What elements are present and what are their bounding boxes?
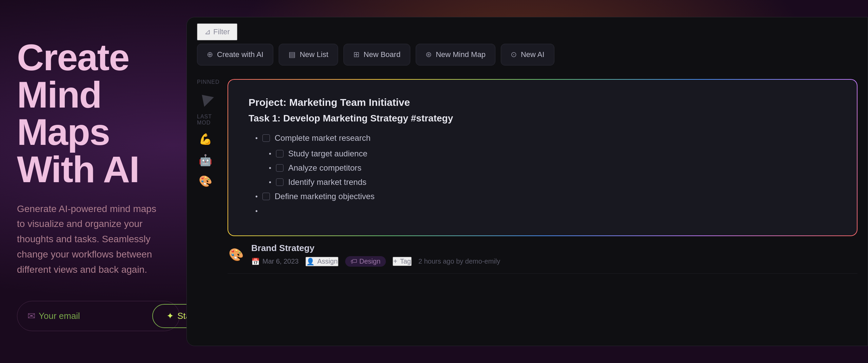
art-emoji: 🎨 [199, 175, 212, 188]
email-input[interactable] [39, 311, 149, 321]
create-ai-icon: ⊕ [207, 50, 213, 59]
new-ai-label: New AI [521, 50, 545, 59]
action-buttons-row: ⊕ Create with AI ▤ New List ⊞ New Board … [187, 44, 868, 72]
brand-strategy-title: Brand Strategy [251, 243, 500, 253]
featured-card: Project: Marketing Team Initiative Task … [228, 80, 857, 235]
brand-strategy-meta: 📅 Mar 6, 2023 👤 Assign 🏷 Design + [251, 256, 500, 267]
subtask-checkbox-1[interactable] [276, 150, 283, 157]
main-area: Project: Marketing Team Initiative Task … [228, 79, 857, 274]
brand-strategy-icon: 🎨 [228, 248, 244, 262]
new-list-label: New List [300, 50, 328, 59]
new-ai-icon: ⊙ [511, 50, 517, 59]
brand-strategy-row: 🎨 Brand Strategy 📅 Mar 6, 2023 👤 Assign [228, 236, 857, 274]
cursor-icon [197, 90, 214, 107]
design-tag[interactable]: 🏷 Design [345, 256, 386, 267]
toolbar-filter-row: ⊿ Filter [187, 17, 868, 40]
robot-emoji: 🤖 [199, 154, 212, 167]
user-icon: 👤 [306, 257, 315, 266]
task-item-2[interactable]: Define marketing objectives [249, 192, 836, 201]
task-item-empty [249, 207, 836, 215]
brand-date: 📅 Mar 6, 2023 [251, 257, 299, 266]
robot-icon-item[interactable]: 🤖 [197, 152, 214, 169]
new-list-button[interactable]: ▤ New List [279, 44, 338, 65]
new-mindmap-label: New Mind Map [436, 50, 486, 59]
hero-title: Create Mind Maps With AI [17, 39, 163, 188]
email-icon: ✉ [27, 310, 35, 322]
new-ai-button[interactable]: ⊙ New AI [501, 44, 554, 65]
filter-label: Filter [213, 27, 230, 36]
create-ai-label: Create with AI [217, 50, 263, 59]
design-tag-label: Design [359, 257, 380, 265]
board-icon: ⊞ [353, 50, 359, 59]
calendar-icon: 📅 [251, 257, 260, 266]
card-task-title: Task 1: Develop Marketing Strategy #stra… [249, 113, 836, 124]
hero-subtitle: Generate AI-powered mind maps to visuali… [17, 202, 163, 278]
task-item-1[interactable]: Complete market research [249, 133, 836, 143]
plus-icon: + [393, 257, 397, 265]
subtask-checkbox-2[interactable] [276, 164, 283, 172]
new-mindmap-button[interactable]: ⊛ New Mind Map [416, 44, 495, 65]
card-project-title: Project: Marketing Team Initiative [249, 97, 836, 108]
subtask-1[interactable]: Study target audience [249, 149, 836, 158]
assign-label: Assign [317, 257, 338, 265]
subtask-checkbox-3[interactable] [276, 178, 283, 186]
filter-button[interactable]: ⊿ Filter [197, 23, 237, 40]
tag-icon: 🏷 [351, 257, 357, 265]
pinned-cursor-item [197, 90, 214, 107]
featured-card-wrapper: Project: Marketing Team Initiative Task … [228, 79, 857, 236]
create-with-ai-button[interactable]: ⊕ Create with AI [197, 44, 273, 65]
task-label-2: Define marketing objectives [275, 192, 375, 201]
task-checkbox-2[interactable] [262, 193, 270, 200]
sparkle-icon: ✦ [166, 311, 174, 321]
email-form: ✉ ✦ Start with AI [17, 301, 180, 331]
subtask-label-3: Identify market trends [288, 177, 367, 187]
sidebar-nav: PINNED LAST MOD 💪 🤖 🎨 [197, 79, 221, 274]
muscle-icon-item[interactable]: 💪 [197, 131, 214, 148]
app-panel: ⊿ Filter ⊕ Create with AI ▤ New List ⊞ N… [186, 17, 868, 346]
last-mod-label: LAST MOD [197, 114, 221, 126]
new-board-button[interactable]: ⊞ New Board [343, 44, 410, 65]
subtask-3[interactable]: Identify market trends [249, 177, 836, 187]
assign-button[interactable]: 👤 Assign [305, 257, 338, 266]
subtask-label-1: Study target audience [288, 149, 368, 158]
new-board-label: New Board [363, 50, 400, 59]
mindmap-icon: ⊛ [426, 50, 432, 59]
task-list: Complete market research Study target au… [249, 133, 836, 215]
add-tag-label: Tag [400, 257, 411, 265]
left-panel: Create Mind Maps With AI Generate AI-pow… [0, 0, 180, 363]
brand-date-value: Mar 6, 2023 [262, 257, 299, 265]
brand-timestamp: 2 hours ago by demo-emily [418, 257, 500, 265]
subtask-label-2: Analyze competitors [288, 163, 361, 173]
pinned-label: PINNED [197, 79, 221, 85]
brand-strategy-info: Brand Strategy 📅 Mar 6, 2023 👤 Assign 🏷 [251, 243, 500, 267]
list-icon: ▤ [289, 50, 296, 59]
add-tag-button[interactable]: + Tag [393, 257, 412, 266]
muscle-emoji: 💪 [199, 133, 212, 146]
filter-icon: ⊿ [204, 27, 211, 36]
art-icon-item[interactable]: 🎨 [197, 173, 214, 190]
task-label-1: Complete market research [275, 133, 371, 143]
content-layout: PINNED LAST MOD 💪 🤖 🎨 Project: Marketing… [187, 72, 868, 281]
task-checkbox-1[interactable] [262, 134, 270, 142]
subtask-2[interactable]: Analyze competitors [249, 163, 836, 173]
